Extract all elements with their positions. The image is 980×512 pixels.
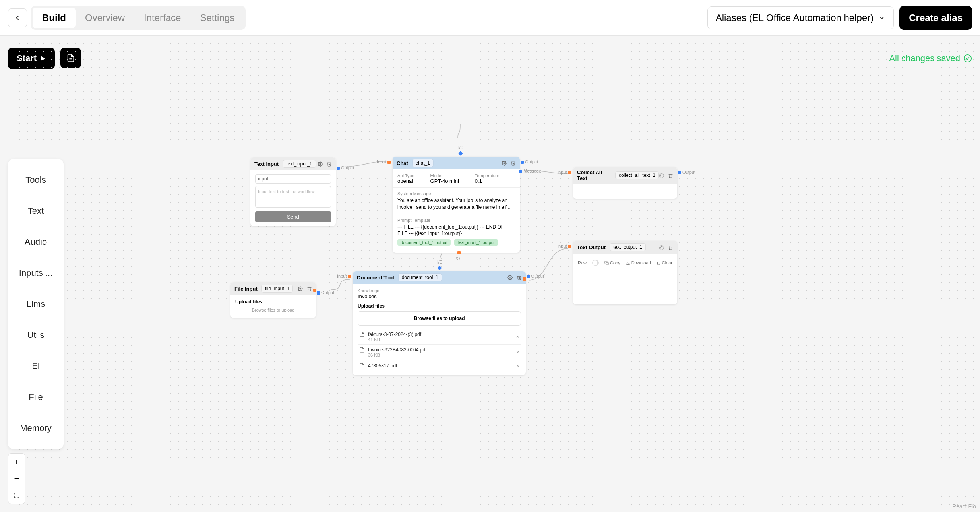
sidebar-item-el[interactable]: El bbox=[11, 351, 60, 382]
svg-point-8 bbox=[661, 175, 662, 176]
trash-icon[interactable] bbox=[327, 161, 332, 167]
gear-icon[interactable] bbox=[502, 161, 507, 166]
upload-label: Upload files bbox=[358, 303, 521, 309]
node-name-field[interactable]: input bbox=[255, 174, 331, 184]
trash-icon[interactable] bbox=[307, 286, 312, 291]
file-row: Invoice-922B4082-0004.pdf36 KB × bbox=[358, 344, 521, 360]
message-port-label: Message bbox=[518, 169, 541, 173]
tab-group: Build Overview Interface Settings bbox=[31, 6, 246, 30]
trash-icon[interactable] bbox=[668, 173, 673, 178]
copy-button[interactable]: Copy bbox=[604, 260, 620, 265]
remove-file-button[interactable]: × bbox=[516, 334, 519, 340]
node-header[interactable]: Collect All Text collect_all_text_1 bbox=[573, 167, 677, 184]
text-input-textarea[interactable]: Input text to test the workflow bbox=[255, 186, 331, 208]
zoom-out-button[interactable]: − bbox=[8, 470, 25, 487]
back-button[interactable] bbox=[8, 8, 27, 27]
gear-icon[interactable] bbox=[298, 286, 303, 291]
gear-icon[interactable] bbox=[507, 275, 513, 280]
node-type-label: Document Tool bbox=[357, 275, 394, 281]
sidebar-item-file[interactable]: File bbox=[11, 382, 60, 413]
file-name: 47305817.pdf bbox=[368, 363, 397, 368]
prompt-template-label: Prompt Template bbox=[397, 218, 430, 223]
node-collect-all-text[interactable]: Collect All Text collect_all_text_1 Inpu… bbox=[573, 167, 677, 199]
node-header[interactable]: Document Tool document_tool_1 bbox=[353, 271, 526, 284]
io-port-bottom[interactable] bbox=[457, 251, 461, 254]
upload-drop-zone[interactable]: Browse files to upload bbox=[358, 311, 521, 326]
raw-toggle[interactable] bbox=[592, 260, 599, 266]
node-header[interactable]: File Input file_input_1 bbox=[230, 282, 316, 295]
chevron-left-icon bbox=[14, 14, 21, 22]
sidebar-item-audio[interactable]: Audio bbox=[11, 227, 60, 258]
node-header[interactable]: Chat chat_1 bbox=[393, 157, 520, 169]
remove-file-button[interactable]: × bbox=[516, 363, 519, 369]
output-port-label: Output bbox=[335, 165, 354, 170]
alias-select[interactable]: Aliases (EL Office Automation helper) bbox=[707, 6, 894, 29]
gear-icon[interactable] bbox=[318, 161, 323, 167]
sidebar-item-text[interactable]: Text bbox=[11, 196, 60, 227]
footer-brand: React Flo bbox=[952, 503, 976, 510]
trash-icon[interactable] bbox=[668, 245, 673, 250]
workflow-canvas[interactable]: Tools Text Audio Inputs ... Llms Utils E… bbox=[0, 40, 980, 512]
node-id-badge: text_output_1 bbox=[610, 243, 646, 251]
file-name: faktura-3-07-2024-(3).pdf bbox=[368, 332, 421, 337]
node-id-badge: file_input_1 bbox=[261, 285, 293, 293]
model-label: Model bbox=[430, 173, 459, 178]
temp-label: Temperature bbox=[475, 173, 500, 178]
alias-select-label: Aliases (EL Office Automation helper) bbox=[716, 12, 874, 23]
sidebar-item-tools[interactable]: Tools bbox=[11, 165, 60, 196]
node-id-badge: document_tool_1 bbox=[398, 273, 442, 281]
node-type-label: File Input bbox=[234, 286, 258, 292]
output-port-dot[interactable] bbox=[523, 277, 526, 281]
create-alias-button[interactable]: Create alias bbox=[899, 6, 972, 30]
node-file-input[interactable]: File Input file_input_1 Upload files Bro… bbox=[230, 282, 316, 318]
node-id-badge: collect_all_text_1 bbox=[615, 171, 659, 179]
sidebar-item-memory[interactable]: Memory bbox=[11, 413, 60, 444]
topbar-left: Build Overview Interface Settings bbox=[8, 6, 246, 30]
node-type-label: Collect All Text bbox=[577, 169, 611, 181]
io-port-top[interactable] bbox=[437, 266, 442, 270]
svg-point-6 bbox=[504, 162, 505, 163]
input-port-label: Input bbox=[377, 159, 392, 164]
send-button[interactable]: Send bbox=[255, 211, 331, 222]
tab-settings[interactable]: Settings bbox=[190, 8, 244, 28]
trash-small-icon bbox=[657, 261, 661, 265]
sidebar-item-utils[interactable]: Utils bbox=[11, 320, 60, 351]
tab-build[interactable]: Build bbox=[33, 8, 76, 28]
zoom-in-button[interactable]: + bbox=[8, 454, 25, 470]
input-port-label: Input bbox=[337, 274, 352, 279]
api-type-value: openai bbox=[397, 178, 414, 184]
sidebar-item-inputs[interactable]: Inputs ... bbox=[11, 258, 60, 289]
gear-icon[interactable] bbox=[659, 173, 664, 178]
node-body: input Input text to test the workflow Se… bbox=[250, 170, 336, 226]
node-text-output[interactable]: Text Output text_output_1 Raw Copy Downl… bbox=[573, 241, 677, 304]
node-document-tool[interactable]: I/O Document Tool document_tool_1 Knowle… bbox=[353, 271, 526, 375]
node-body: Upload files Browse files to upload bbox=[230, 295, 316, 318]
temp-value: 0.1 bbox=[475, 178, 500, 184]
tab-overview[interactable]: Overview bbox=[76, 8, 134, 28]
sidebar-item-llms[interactable]: Llms bbox=[11, 289, 60, 320]
output-port-label: Output bbox=[519, 159, 538, 164]
zoom-fit-button[interactable] bbox=[8, 487, 25, 504]
node-text-input[interactable]: Text Input text_input_1 input Input text… bbox=[250, 157, 336, 226]
raw-label: Raw bbox=[578, 260, 587, 265]
node-body: Raw Copy Download Clear bbox=[573, 254, 677, 270]
browse-link[interactable]: Browse files to upload bbox=[235, 306, 311, 314]
trash-icon[interactable] bbox=[511, 161, 516, 166]
node-header[interactable]: Text Input text_input_1 bbox=[250, 157, 336, 170]
tab-interface[interactable]: Interface bbox=[134, 8, 190, 28]
download-button[interactable]: Download bbox=[626, 260, 651, 265]
svg-point-4 bbox=[320, 163, 321, 164]
trash-icon[interactable] bbox=[517, 275, 522, 280]
io-label: I/O bbox=[458, 145, 463, 150]
remove-file-button[interactable]: × bbox=[516, 349, 519, 355]
io-port-top[interactable] bbox=[458, 151, 463, 155]
upload-label: Upload files bbox=[235, 299, 311, 304]
output-port-dot[interactable] bbox=[313, 289, 316, 292]
node-header[interactable]: Text Output text_output_1 bbox=[573, 241, 677, 254]
var-tag-text: text_input_1:output bbox=[454, 239, 498, 246]
gear-icon[interactable] bbox=[659, 245, 664, 250]
node-chat[interactable]: I/O Chat chat_1 Api Typeopenai ModelGPT-… bbox=[393, 157, 520, 253]
clear-button[interactable]: Clear bbox=[657, 260, 672, 265]
system-message-label: System Message bbox=[397, 191, 431, 196]
input-port-label: Input bbox=[557, 170, 572, 175]
